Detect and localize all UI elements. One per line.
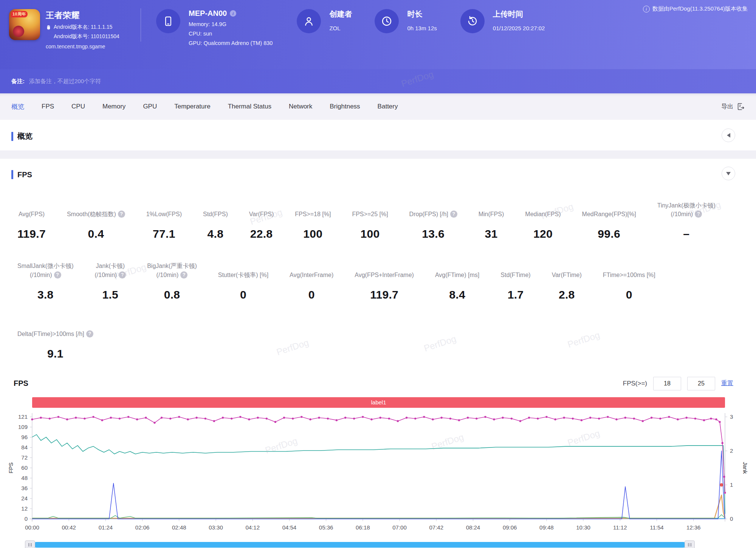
scrollbar-track[interactable] — [34, 542, 686, 548]
stat-item: Jank(卡顿)(/10min)?1.5 — [84, 262, 136, 301]
help-icon[interactable]: ? — [119, 271, 126, 279]
svg-text:48: 48 — [21, 475, 28, 481]
help-icon[interactable]: ? — [450, 211, 457, 218]
svg-text:FPS: FPS — [8, 462, 14, 473]
svg-text:121: 121 — [18, 413, 28, 420]
stat-value: 3.8 — [37, 288, 54, 301]
fps-stats-row-1: Avg(FPS)119.7Smooth(稳帧指数)?0.41%Low(FPS)7… — [7, 201, 756, 240]
stat-value: 8.4 — [449, 288, 465, 301]
help-icon[interactable]: ? — [86, 330, 93, 337]
tab-cpu[interactable]: CPU — [71, 103, 85, 110]
device-info-icon[interactable]: i — [230, 10, 236, 17]
scrollbar-right-handle[interactable] — [685, 540, 695, 548]
device-memory: Memory: 14.9G — [189, 21, 273, 27]
stat-item: Smooth(稳帧指数)?0.4 — [56, 202, 136, 240]
svg-text:04:54: 04:54 — [282, 524, 297, 531]
stat-item: FPS>=25 [%]100 — [341, 202, 398, 240]
svg-text:24: 24 — [21, 495, 28, 502]
stat-item: Min(FPS)31 — [468, 202, 515, 240]
svg-text:0: 0 — [730, 515, 733, 522]
device-icon — [156, 9, 180, 33]
stat-value: 9.1 — [47, 347, 64, 360]
tab-thermal-status[interactable]: Thermal Status — [228, 103, 271, 110]
svg-text:01:24: 01:24 — [99, 524, 113, 531]
stat-item: TinyJank(极微小卡顿)(/10min)?– — [647, 201, 726, 240]
android-icon — [46, 25, 51, 30]
stat-item: MedRange(FPS)[%]99.6 — [572, 202, 647, 240]
report-header: i 数据由PerfDog(11.3.250764)版本收集 10周年 王者荣耀 … — [0, 0, 756, 69]
tab-memory[interactable]: Memory — [102, 103, 125, 110]
stat-item: Var(FTime)2.8 — [541, 263, 592, 301]
duration-label: 时长 — [407, 9, 437, 19]
stat-item: 1%Low(FPS)77.1 — [136, 202, 192, 240]
export-icon — [736, 102, 745, 111]
export-button[interactable]: 导出 — [721, 102, 745, 111]
tab-temperature[interactable]: Temperature — [174, 103, 210, 110]
package-name: com.tencent.tmgp.sgame — [46, 43, 119, 50]
tab-概览[interactable]: 概览 — [11, 102, 24, 111]
device-cpu: CPU: sun — [189, 31, 273, 37]
stat-value: 99.6 — [598, 228, 620, 240]
svg-text:12:36: 12:36 — [686, 524, 701, 531]
chevron-down-icon — [726, 172, 731, 175]
duration-value: 0h 13m 12s — [407, 25, 437, 31]
app-icon: 10周年 — [9, 9, 40, 40]
stat-label: Delta(FTime)>100ms [/h]? — [17, 322, 93, 338]
svg-text:109: 109 — [18, 424, 28, 430]
scrollbar-left-handle[interactable] — [25, 540, 35, 548]
svg-text:60: 60 — [21, 464, 28, 471]
stat-value: 0 — [626, 288, 632, 301]
svg-text:84: 84 — [21, 444, 28, 450]
stat-value: 4.8 — [208, 228, 224, 240]
fps-chart-header: FPS FPS(>=) 18 25 重置 — [14, 377, 733, 390]
app-info-block: 10周年 王者荣耀 Android版本名: 11.1.1.15 Android版… — [0, 0, 141, 69]
device-model: MEP-AN00 — [189, 9, 227, 18]
stat-label: TinyJank(极微小卡顿)(/10min)? — [657, 201, 716, 218]
fps-threshold-input-2[interactable]: 25 — [687, 377, 715, 390]
help-icon[interactable]: ? — [54, 271, 61, 279]
reset-link[interactable]: 重置 — [721, 379, 733, 387]
android-build: Android版本号: 1101011504 — [54, 33, 119, 40]
overview-section-header: 概览 — [0, 120, 756, 150]
fps-threshold-input-1[interactable]: 18 — [653, 377, 681, 390]
overview-collapse-button[interactable] — [722, 128, 735, 142]
stat-item: Avg(FPS)119.7 — [7, 202, 56, 240]
tab-gpu[interactable]: GPU — [143, 103, 157, 110]
stat-label: 1%Low(FPS) — [146, 202, 182, 218]
tab-brightness[interactable]: Brightness — [330, 103, 360, 110]
fps-line-chart[interactable]: 01224364860728496109121012300:0000:4201:… — [8, 409, 748, 540]
chart-label-banner[interactable]: label1 — [32, 397, 725, 408]
help-icon[interactable]: ? — [180, 271, 187, 279]
stat-item: SmallJank(微小卡顿)(/10min)?3.8 — [7, 262, 84, 301]
collect-note: i 数据由PerfDog(11.3.250764)版本收集 — [643, 5, 748, 12]
help-icon[interactable]: ? — [695, 211, 702, 218]
stat-value: 0 — [240, 288, 246, 301]
clock-icon — [375, 9, 399, 33]
stat-value: 0.4 — [88, 228, 104, 240]
section-divider-band — [0, 150, 756, 159]
svg-text:07:42: 07:42 — [429, 524, 443, 531]
note-bar[interactable]: 备注: 添加备注，不超过200个字符 — [0, 69, 756, 93]
stat-item: Drop(FPS) [/h]?13.6 — [399, 202, 468, 240]
collect-note-text: 数据由PerfDog(11.3.250764)版本收集 — [652, 5, 748, 12]
info-icon: i — [643, 6, 650, 12]
tab-battery[interactable]: Battery — [378, 103, 398, 110]
creator-block: 创建者 ZOL — [273, 0, 352, 69]
stat-value: 31 — [485, 228, 498, 240]
svg-text:05:36: 05:36 — [319, 524, 333, 531]
app-title: 王者荣耀 — [46, 10, 119, 21]
note-input-placeholder[interactable]: 添加备注，不超过200个字符 — [29, 78, 101, 85]
svg-text:02:48: 02:48 — [172, 524, 186, 531]
svg-text:10:30: 10:30 — [576, 524, 590, 531]
tab-network[interactable]: Network — [289, 103, 312, 110]
fps-collapse-button[interactable] — [722, 167, 735, 180]
tab-fps[interactable]: FPS — [42, 103, 54, 110]
stat-item: Std(FTime)1.7 — [490, 263, 541, 301]
help-icon[interactable]: ? — [118, 211, 125, 218]
stat-value: 77.1 — [153, 228, 175, 240]
stat-label: Stutter(卡顿率) [%] — [218, 263, 268, 279]
svg-text:Jank: Jank — [742, 462, 748, 474]
svg-text:08:24: 08:24 — [466, 524, 480, 531]
svg-text:02:06: 02:06 — [135, 524, 150, 531]
fps-chart-title: FPS — [14, 379, 28, 388]
